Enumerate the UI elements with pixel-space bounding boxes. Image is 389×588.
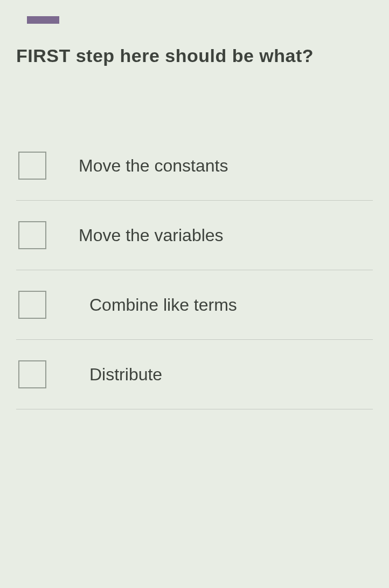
options-list: Move the constants Move the variables Co…: [16, 131, 373, 409]
quiz-page: FIRST step here should be what? Move the…: [0, 0, 389, 409]
option-move-constants[interactable]: Move the constants: [16, 131, 373, 201]
checkbox-icon[interactable]: [18, 360, 46, 388]
option-combine-like-terms[interactable]: Combine like terms: [16, 270, 373, 340]
question-text: FIRST step here should be what?: [16, 45, 373, 66]
option-label: Move the variables: [79, 225, 224, 245]
option-label: Distribute: [89, 365, 162, 385]
cropped-header-fragment: [27, 16, 59, 24]
option-label: Move the constants: [79, 156, 228, 176]
option-move-variables[interactable]: Move the variables: [16, 201, 373, 270]
option-label: Combine like terms: [89, 295, 237, 315]
checkbox-icon[interactable]: [18, 152, 46, 180]
checkbox-icon[interactable]: [18, 291, 46, 319]
checkbox-icon[interactable]: [18, 221, 46, 249]
option-distribute[interactable]: Distribute: [16, 340, 373, 409]
